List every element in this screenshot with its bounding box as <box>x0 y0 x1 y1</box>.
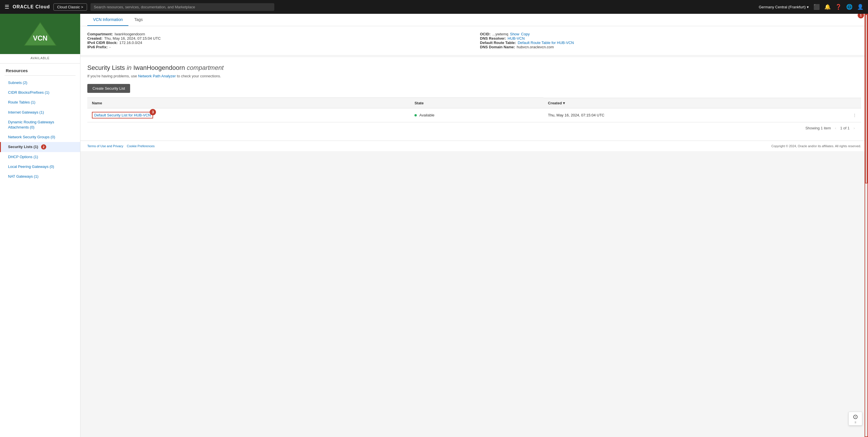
ocid-copy-link[interactable]: Copy <box>521 32 530 36</box>
oracle-logo: ORACLE Cloud <box>13 4 50 9</box>
help-floating-button[interactable]: ⊙ ⠿ <box>848 412 862 426</box>
tab-bar: VCN Information Tags <box>81 14 868 26</box>
network-path-analyzer-link[interactable]: Network Path Analyzer <box>138 74 176 78</box>
vcn-logo-wrapper: VCN <box>23 21 57 47</box>
status-available-dot <box>414 114 417 116</box>
table-row: Default Security List for HUB-VCN 3 Avai… <box>87 108 861 122</box>
security-lists-table: Name State Created ▾ Default Security Li… <box>87 97 861 122</box>
row-actions-icon[interactable]: ⋮ <box>853 113 857 117</box>
info-default-route-table: Default Route Table: Default Route Table… <box>480 40 861 45</box>
info-dns-resolver: DNS Resolver: HUB-VCN <box>480 36 861 40</box>
vcn-shape-icon: VCN <box>23 21 57 47</box>
row-name-cell: Default Security List for HUB-VCN 3 <box>87 108 410 122</box>
security-lists-section: Security Lists in IwanHoogendoorn compar… <box>81 57 868 141</box>
main-content: VCN Information Tags Compartment: IwanHo… <box>81 14 868 437</box>
terms-link[interactable]: Terms of Use and Privacy <box>87 144 123 148</box>
footer-left: Terms of Use and Privacy Cookie Preferen… <box>87 144 155 148</box>
pagination: Showing 1 item ‹ 1 of 1 › <box>87 122 861 134</box>
row-state-value: Available <box>420 113 435 117</box>
sidebar-item-cidr[interactable]: CIDR Blocks/Prefixes (1) <box>0 88 80 97</box>
pagination-prev-button[interactable]: ‹ <box>833 125 838 131</box>
default-route-table-link[interactable]: Default Route Table for HUB-VCN <box>518 40 574 45</box>
scroll-indicator: 1 <box>865 14 868 437</box>
info-ipv6: IPv6 Prefix: - <box>87 45 468 49</box>
title-name: IwanHoogendoorn <box>133 64 185 71</box>
row-step-badge: 3 <box>150 109 156 115</box>
sidebar-item-nsg[interactable]: Network Security Groups (0) <box>0 132 80 142</box>
title-prefix: Security Lists <box>87 64 125 71</box>
info-ocid: OCID: ...ywtemq Show Copy <box>480 32 861 36</box>
create-security-list-button[interactable]: Create Security List <box>87 84 130 93</box>
col-name-header[interactable]: Name <box>87 98 410 108</box>
col-state-header[interactable]: State <box>410 98 544 108</box>
vcn-info-right: OCID: ...ywtemq Show Copy DNS Resolver: … <box>480 32 861 49</box>
sidebar-item-dhcp[interactable]: DHCP Options (1) <box>0 152 80 162</box>
tab-vcn-information[interactable]: VCN Information <box>87 14 128 26</box>
row-state-cell: Available <box>410 108 544 122</box>
security-list-name-link[interactable]: Default Security List for HUB-VCN <box>94 113 151 117</box>
profile-icon[interactable]: 👤 <box>857 4 863 10</box>
sidebar-item-security-lists[interactable]: Security Lists (1) 2 <box>0 142 80 152</box>
title-suffix-italic: compartment <box>187 64 223 71</box>
vcn-logo-area: VCN <box>0 14 80 54</box>
footer-right: Copyright © 2024, Oracle and/or its affi… <box>772 144 861 148</box>
sidebar-item-local-peering[interactable]: Local Peering Gateways (0) <box>0 162 80 172</box>
hamburger-menu-icon[interactable]: ☰ <box>5 4 9 10</box>
help-icon[interactable]: ❓ <box>835 4 842 10</box>
info-dns-domain: DNS Domain Name: hubvcn.oraclevcn.com <box>480 45 861 49</box>
tab-tags[interactable]: Tags <box>128 14 149 26</box>
vcn-status-label: AVAILABLE <box>0 54 80 63</box>
vcn-info-panel: VCN Information Tags Compartment: IwanHo… <box>81 14 868 55</box>
language-icon[interactable]: 🌐 <box>846 4 852 10</box>
vcn-info-content: Compartment: IwanHoogendoorn Created: Th… <box>81 26 868 55</box>
sidebar-item-nat[interactable]: NAT Gateways (1) <box>0 172 80 181</box>
section-title: Security Lists in IwanHoogendoorn compar… <box>87 64 861 71</box>
sidebar-divider <box>5 75 75 76</box>
col-created-header[interactable]: Created ▾ <box>544 98 861 108</box>
security-lists-label: Security Lists (1) <box>8 144 38 149</box>
chevron-down-icon: ▾ <box>807 5 809 9</box>
section-subtitle: If you're having problems, use Network P… <box>87 74 861 78</box>
resources-heading: Resources <box>0 63 80 75</box>
cloud-shell-icon[interactable]: ⬛ <box>813 4 820 10</box>
sidebar-item-drg[interactable]: Dynamic Routing Gateways Attachments (0) <box>0 117 80 132</box>
vcn-info-left: Compartment: IwanHoogendoorn Created: Th… <box>87 32 468 49</box>
region-selector[interactable]: Germany Central (Frankfurt) ▾ <box>759 5 809 9</box>
region-label: Germany Central (Frankfurt) <box>759 5 806 9</box>
scroll-thumb[interactable]: 1 <box>865 14 867 183</box>
cloud-classic-button[interactable]: Cloud Classic > <box>54 3 87 11</box>
search-input[interactable] <box>91 3 274 11</box>
title-italic: in <box>127 64 131 71</box>
security-lists-badge: 2 <box>41 144 46 149</box>
info-ipv4-cidr: IPv4 CIDR Block: 172.16.0.0/24 <box>87 40 468 45</box>
info-created: Created: Thu, May 16, 2024, 07:15:04 UTC <box>87 36 468 40</box>
sort-icon: ▾ <box>563 101 565 105</box>
svg-marker-0 <box>24 23 56 46</box>
showing-count: Showing 1 item <box>805 126 831 130</box>
help-dots-icon: ⠿ <box>855 421 857 424</box>
top-navigation: ☰ ORACLE Cloud Cloud Classic > Germany C… <box>0 0 868 14</box>
vcn-logo-text: VCN <box>33 34 48 42</box>
info-compartment: Compartment: IwanHoogendoorn <box>87 32 468 36</box>
oracle-text: ORACLE <box>13 4 34 9</box>
table-header-row: Name State Created ▾ <box>87 98 861 108</box>
sidebar-item-internet-gateways[interactable]: Internet Gateways (1) <box>0 108 80 117</box>
nav-right-controls: Germany Central (Frankfurt) ▾ ⬛ 🔔 ❓ 🌐 👤 <box>759 4 863 10</box>
page-wrapper: VCN AVAILABLE Resources Subnets (2) CIDR… <box>0 14 868 437</box>
page-number: 1 of 1 <box>840 126 849 130</box>
sidebar-item-route-tables[interactable]: Route Tables (1) <box>0 97 80 107</box>
footer: Terms of Use and Privacy Cookie Preferen… <box>81 141 868 151</box>
cloud-text: Cloud <box>36 4 50 9</box>
help-circle-icon: ⊙ <box>853 413 858 420</box>
dns-resolver-link[interactable]: HUB-VCN <box>507 36 525 40</box>
notifications-icon[interactable]: 🔔 <box>824 4 831 10</box>
sidebar-item-subnets[interactable]: Subnets (2) <box>0 78 80 88</box>
row-created-value: Thu, May 16, 2024, 07:15:04 UTC <box>548 113 604 117</box>
pagination-next-button[interactable]: › <box>852 125 857 131</box>
ocid-show-link[interactable]: Show <box>510 32 519 36</box>
row-created-cell: Thu, May 16, 2024, 07:15:04 UTC ⋮ <box>544 108 861 122</box>
sidebar: VCN AVAILABLE Resources Subnets (2) CIDR… <box>0 14 81 437</box>
cookie-preferences-link[interactable]: Cookie Preferences <box>127 144 155 148</box>
